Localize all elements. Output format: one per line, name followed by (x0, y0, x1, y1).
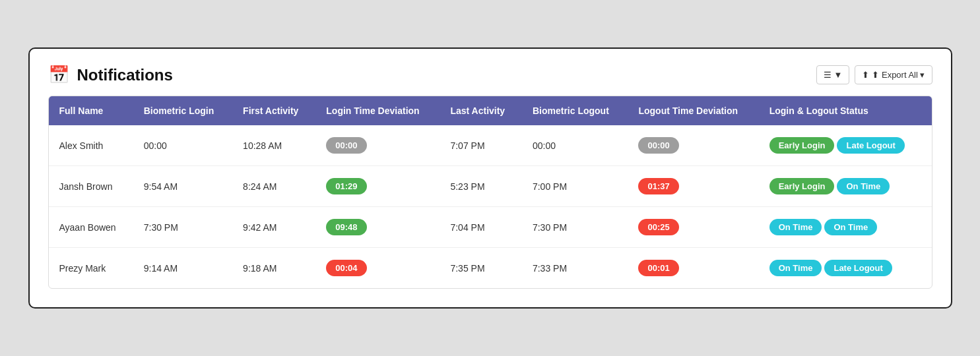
logout-deviation-badge: 00:00 (638, 137, 678, 154)
cell-last-activity: 7:07 PM (440, 125, 522, 166)
col-biometric-login: Biometric Login (133, 96, 232, 125)
login-deviation-badge: 00:00 (326, 137, 366, 154)
header-left: 📅 Notifications (48, 65, 173, 85)
header-right: ☰ ▼ ⬆ ⬆ Export All ▾ (816, 65, 932, 84)
status-badge: On Time (837, 178, 890, 194)
cell-biometric-login: 9:54 AM (133, 166, 232, 207)
cell-status: On TimeOn Time (759, 207, 932, 248)
cell-logout-deviation: 01:37 (628, 166, 758, 207)
calendar-icon: 📅 (48, 65, 69, 85)
table-row: Alex Smith 00:00 10:28 AM 00:00 7:07 PM … (49, 125, 932, 166)
col-login-logout-status: Login & Logout Status (759, 96, 932, 125)
col-login-time-deviation: Login Time Deviation (315, 96, 440, 125)
status-badge: On Time (769, 219, 822, 235)
cell-status: Early LoginOn Time (759, 166, 932, 207)
table-header-row: Full Name Biometric Login First Activity… (49, 96, 932, 125)
logout-deviation-badge: 00:01 (638, 260, 678, 276)
table-container: Full Name Biometric Login First Activity… (48, 96, 932, 289)
col-biometric-logout: Biometric Logout (522, 96, 628, 125)
cell-last-activity: 5:23 PM (440, 166, 522, 207)
status-badge: On Time (824, 219, 877, 235)
table-row: Prezy Mark 9:14 AM 9:18 AM 00:04 7:35 PM… (49, 248, 932, 289)
col-last-activity: Last Activity (440, 96, 522, 125)
cell-biometric-logout: 7:30 PM (522, 207, 628, 248)
toolbar-button[interactable]: ☰ ▼ (816, 65, 849, 84)
page-title: Notifications (77, 66, 173, 84)
cell-full-name: Alex Smith (49, 125, 133, 166)
cell-last-activity: 7:35 PM (440, 248, 522, 289)
status-badge: Late Logout (837, 137, 904, 154)
export-all-button[interactable]: ⬆ ⬆ Export All ▾ (855, 65, 932, 84)
cell-login-deviation: 00:04 (315, 248, 440, 289)
cell-first-activity: 8:24 AM (232, 166, 315, 207)
cell-login-deviation: 00:00 (315, 125, 440, 166)
cell-full-name: Ayaan Bowen (49, 207, 133, 248)
login-deviation-badge: 09:48 (326, 219, 366, 235)
cell-biometric-login: 00:00 (133, 125, 232, 166)
cell-logout-deviation: 00:00 (628, 125, 758, 166)
cell-status: Early LoginLate Logout (759, 125, 932, 166)
cell-status: On TimeLate Logout (759, 248, 932, 289)
export-icon: ⬆ (862, 70, 869, 80)
cell-biometric-logout: 00:00 (522, 125, 628, 166)
cell-first-activity: 9:18 AM (232, 248, 315, 289)
col-full-name: Full Name (49, 96, 133, 125)
col-logout-time-deviation: Logout Time Deviation (628, 96, 758, 125)
status-badge: Late Logout (824, 260, 892, 276)
main-card: 📅 Notifications ☰ ▼ ⬆ ⬆ Export All ▾ Ful… (28, 47, 952, 309)
cell-login-deviation: 01:29 (315, 166, 440, 207)
cell-logout-deviation: 00:01 (628, 248, 758, 289)
cell-biometric-login: 7:30 PM (133, 207, 232, 248)
toolbar-button-label: ☰ ▼ (824, 70, 842, 80)
cell-first-activity: 9:42 AM (232, 207, 315, 248)
cell-biometric-logout: 7:00 PM (522, 166, 628, 207)
export-label: ⬆ Export All ▾ (872, 70, 925, 80)
cell-logout-deviation: 00:25 (628, 207, 758, 248)
table-row: Jansh Brown 9:54 AM 8:24 AM 01:29 5:23 P… (49, 166, 932, 207)
login-deviation-badge: 01:29 (326, 178, 366, 194)
notifications-table: Full Name Biometric Login First Activity… (49, 96, 932, 288)
login-deviation-badge: 00:04 (326, 260, 366, 276)
cell-full-name: Jansh Brown (49, 166, 133, 207)
status-badge: On Time (769, 260, 822, 276)
col-first-activity: First Activity (232, 96, 315, 125)
cell-biometric-login: 9:14 AM (133, 248, 232, 289)
cell-biometric-logout: 7:33 PM (522, 248, 628, 289)
cell-last-activity: 7:04 PM (440, 207, 522, 248)
logout-deviation-badge: 00:25 (638, 219, 678, 235)
status-badge: Early Login (769, 137, 835, 154)
status-badge: Early Login (769, 178, 835, 194)
table-row: Ayaan Bowen 7:30 PM 9:42 AM 09:48 7:04 P… (49, 207, 932, 248)
header: 📅 Notifications ☰ ▼ ⬆ ⬆ Export All ▾ (48, 65, 932, 85)
logout-deviation-badge: 01:37 (638, 178, 678, 194)
cell-full-name: Prezy Mark (49, 248, 133, 289)
cell-login-deviation: 09:48 (315, 207, 440, 248)
cell-first-activity: 10:28 AM (232, 125, 315, 166)
